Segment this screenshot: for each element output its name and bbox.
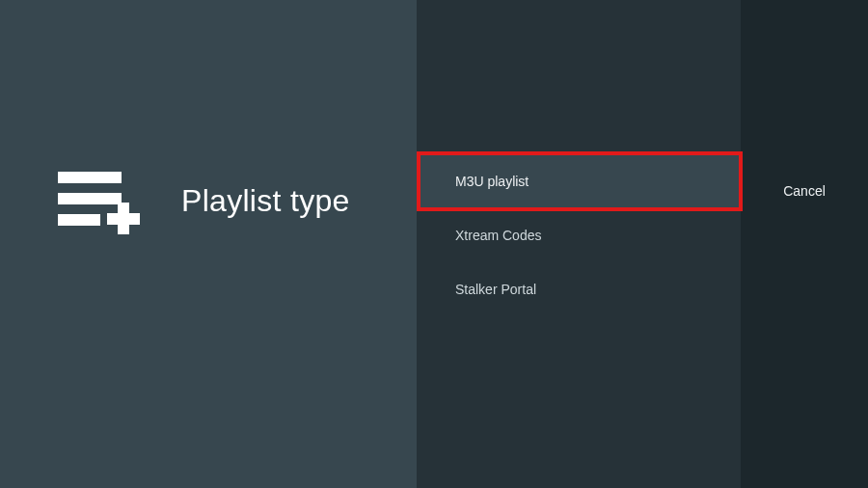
option-label: M3U playlist	[455, 174, 529, 189]
left-pane: Playlist type	[0, 0, 417, 488]
playlist-add-icon	[58, 167, 145, 234]
page-title: Playlist type	[181, 183, 350, 219]
svg-rect-0	[58, 172, 122, 183]
option-label: Xtream Codes	[455, 228, 541, 243]
option-label: Stalker Portal	[455, 282, 536, 297]
svg-rect-2	[58, 214, 100, 226]
option-m3u-playlist[interactable]: M3U playlist	[417, 154, 741, 208]
svg-rect-1	[58, 193, 122, 204]
option-xtream-codes[interactable]: Xtream Codes	[417, 208, 741, 262]
cancel-button[interactable]: Cancel	[783, 183, 826, 203]
right-pane: Cancel	[741, 0, 868, 488]
svg-rect-4	[107, 213, 140, 225]
left-content: Playlist type	[58, 167, 350, 234]
options-pane: M3U playlist Xtream Codes Stalker Portal	[417, 0, 741, 488]
option-stalker-portal[interactable]: Stalker Portal	[417, 262, 741, 316]
